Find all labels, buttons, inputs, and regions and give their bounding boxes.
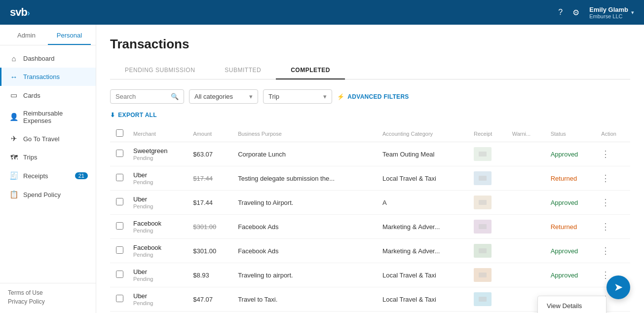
row-checkbox-cell [110,312,128,313]
sidebar-tab-admin[interactable]: Admin [5,25,48,45]
receipt-thumbnail[interactable] [474,268,492,282]
receipt-thumbnail[interactable] [474,171,492,185]
row-more-button[interactable]: ⋮ [601,173,610,183]
row-category: Local Travel & Taxi [378,287,469,312]
row-checkbox[interactable] [116,222,123,230]
row-amount: $63.07 [188,142,233,166]
terms-link[interactable]: Terms of Use [8,289,88,296]
svg-rect-7 [479,224,487,229]
table-row: Uber Pending $17.44 Traveling to Airport… [110,191,630,215]
help-icon[interactable]: ? [558,8,563,17]
row-warning [507,215,546,239]
row-receipt [469,239,507,263]
row-status: Approved [546,191,597,215]
row-action: ⋮ [596,191,630,215]
row-checkbox[interactable] [116,198,123,205]
row-warning [507,142,546,166]
table-row: Facebook Pending $301.00 Facebook Ads Ma… [110,239,630,263]
sidebar-footer: Terms of Use Privacy Policy [0,283,96,313]
tab-completed[interactable]: COMPLETED [276,62,345,79]
col-action: Action [596,125,630,142]
sidebar-item-receipts[interactable]: 🧾 Receipts 21 [0,166,96,185]
row-status: Approved [546,239,597,263]
sidebar-item-dashboard[interactable]: ⌂ Dashboard [0,49,96,68]
row-status: Approved [546,263,597,287]
sidebar-item-cards[interactable]: ▭ Cards [0,86,96,105]
row-checkbox[interactable] [116,150,123,157]
sidebar-item-label: Reimbursable Expenses [23,110,88,124]
privacy-link[interactable]: Privacy Policy [8,298,88,305]
row-checkbox-cell [110,142,128,166]
export-row: ⬇ EXPORT ALL [110,112,630,118]
sidebar: Admin Personal ⌂ Dashboard ↔ Transaction… [0,25,96,313]
row-checkbox[interactable] [116,246,123,254]
export-all-button[interactable]: ⬇ EXPORT ALL [110,112,630,118]
sidebar-item-trips[interactable]: 🗺 Trips [0,148,96,166]
sidebar-item-label: Receipts [23,172,48,180]
trip-filter[interactable]: Trip ▾ [263,89,332,104]
sidebar-item-reimbursable[interactable]: 👤 Reimbursable Expenses [0,105,96,129]
receipts-badge: 21 [75,172,88,179]
row-merchant: Facebook Pending [128,239,188,263]
settings-icon[interactable]: ⚙ [572,8,579,17]
table-row: Uber Pending $17.44 Testing delegate sub… [110,166,630,191]
category-filter[interactable]: All categories ▾ [189,89,258,104]
row-checkbox[interactable] [116,174,123,181]
row-warning [507,239,546,263]
row-warning [507,263,546,287]
receipt-thumbnail[interactable] [474,292,492,306]
tab-submitted[interactable]: SUBMITTED [210,62,276,79]
advanced-filters-label: ADVANCED FILTERS [347,93,409,100]
row-amount: $8.93 [188,263,233,287]
transactions-table: Merchant Amount Business Purpose Account… [110,125,630,313]
sidebar-item-label: Transactions [23,73,60,80]
row-receipt [469,142,507,166]
col-receipt: Receipt [469,125,507,142]
svb-logo: svb› [10,6,30,19]
context-menu-view-details[interactable]: View Details [538,296,606,313]
logo-arrow-icon: › [27,8,30,18]
svg-rect-11 [479,273,487,277]
row-purpose: Traveling to airport. [233,263,378,287]
row-more-button[interactable]: ⋮ [601,149,610,159]
row-merchant: Uber Pending [128,191,188,215]
search-icon: 🔍 [171,93,179,100]
cards-icon: ▭ [9,91,18,100]
row-purpose: Facebook Ads [233,239,378,263]
receipt-thumbnail[interactable] [474,196,492,209]
row-more-button[interactable]: ⋮ [601,246,610,256]
row-category: Team Outing Meal [378,142,469,166]
sidebar-item-label: Trips [23,154,37,161]
row-merchant: Facebook Pending [128,215,188,239]
row-action: ⋮ [596,239,630,263]
row-category: Local Travel & Taxi [378,166,469,191]
user-company: Emburse LLC [589,13,628,19]
receipt-thumbnail[interactable] [474,244,492,258]
receipts-icon: 🧾 [9,171,18,180]
row-more-button[interactable]: ⋮ [601,197,610,207]
search-box[interactable]: 🔍 [110,89,184,104]
row-more-button[interactable]: ⋮ [601,222,610,232]
col-merchant: Merchant [128,125,188,142]
home-icon: ⌂ [9,54,18,63]
select-all-checkbox[interactable] [116,129,123,137]
row-checkbox[interactable] [116,271,123,278]
fab-button[interactable]: ➤ [606,275,630,299]
receipt-thumbnail[interactable] [474,147,492,161]
trip-filter-label: Trip [268,93,279,100]
sidebar-item-travel[interactable]: ✈ Go To Travel [0,129,96,148]
category-chevron-icon: ▾ [249,93,253,100]
search-input[interactable] [115,93,171,100]
receipt-thumbnail[interactable] [474,220,492,234]
sidebar-item-spend-policy[interactable]: 📋 Spend Policy [0,185,96,204]
row-more-button[interactable]: ⋮ [601,270,610,280]
sidebar-item-transactions[interactable]: ↔ Transactions [0,68,96,86]
row-checkbox[interactable] [116,295,123,302]
transactions-icon: ↔ [9,73,18,81]
advanced-filters-button[interactable]: ⚡ ADVANCED FILTERS [337,93,409,100]
user-menu[interactable]: Emily Glamb Emburse LLC ▾ [589,6,634,19]
tab-pending-submission[interactable]: PENDING SUBMISSION [110,62,210,79]
row-warning [507,166,546,191]
row-merchant: Uber Pending [128,312,188,313]
sidebar-tab-personal[interactable]: Personal [48,25,91,45]
